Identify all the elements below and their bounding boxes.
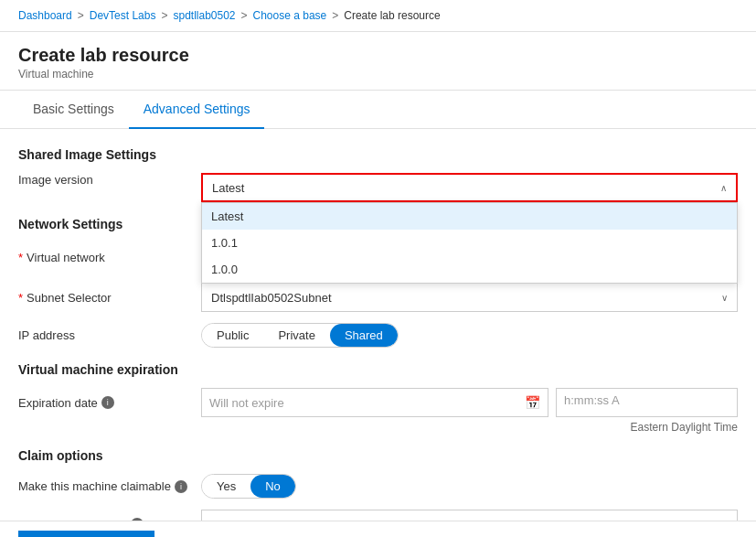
breadcrumb-sep-2: >	[161, 9, 167, 22]
expiration-date-label: Expiration date i	[18, 396, 201, 410]
image-version-list: Latest 1.0.1 1.0.0	[201, 202, 738, 284]
ip-shared-button[interactable]: Shared	[330, 324, 398, 347]
dropdown-option-101[interactable]: 1.0.1	[202, 230, 737, 256]
expiration-date-input[interactable]: Will not expire 📅	[201, 388, 548, 417]
instances-row: Number of instances i	[18, 510, 738, 521]
shared-image-header: Shared Image Settings	[18, 147, 738, 162]
chevron-up-icon: ∧	[720, 183, 727, 193]
breadcrumb-devtest[interactable]: DevTest Labs	[90, 9, 156, 22]
ip-address-label: IP address	[18, 328, 201, 342]
claimable-info-icon[interactable]: i	[175, 480, 187, 493]
subnet-dropdown[interactable]: DtlspdtlIab0502Subnet ∨	[201, 283, 738, 312]
tab-basic-settings[interactable]: Basic Settings	[18, 91, 129, 129]
page-title: Create lab resource	[18, 45, 738, 66]
breadcrumb: Dashboard > DevTest Labs > spdtllab0502 …	[0, 0, 756, 32]
claimable-toggle[interactable]: Yes No	[201, 474, 296, 499]
tab-advanced-settings[interactable]: Advanced Settings	[129, 91, 265, 129]
subnet-row: * Subnet Selector DtlspdtlIab0502Subnet …	[18, 283, 738, 312]
claimable-row: Make this machine claimable i Yes No	[18, 474, 738, 499]
subnet-label: * Subnet Selector	[18, 291, 201, 305]
claim-header: Claim options	[18, 448, 738, 463]
page-header: Create lab resource Virtual machine	[0, 32, 756, 91]
required-star-subnet: *	[18, 291, 23, 305]
subnet-value: DtlspdtlIab0502Subnet	[211, 291, 332, 305]
breadcrumb-choose-base[interactable]: Choose a base	[253, 9, 327, 22]
calendar-icon[interactable]: 📅	[525, 395, 540, 410]
ip-public-button[interactable]: Public	[202, 324, 263, 347]
ip-private-button[interactable]: Private	[263, 324, 329, 347]
instances-info-icon[interactable]: i	[131, 518, 144, 521]
claimable-yes-button[interactable]: Yes	[202, 475, 250, 498]
chevron-down-icon-subnet: ∨	[721, 293, 728, 303]
claimable-no-button[interactable]: No	[250, 475, 295, 498]
image-version-selected[interactable]: Latest ∧	[201, 173, 738, 202]
expiration-time-input[interactable]: h:mm:ss A	[556, 388, 738, 417]
dropdown-option-100[interactable]: 1.0.0	[202, 256, 737, 283]
claimable-label: Make this machine claimable i	[18, 479, 201, 493]
breadcrumb-current: Create lab resource	[344, 9, 440, 22]
view-arm-template-button[interactable]: View ARM template	[18, 531, 154, 537]
tabs-container: Basic Settings Advanced Settings	[0, 91, 756, 129]
date-time-inputs: Will not expire 📅 h:mm:ss A	[201, 388, 738, 417]
image-version-row: Image version Latest ∧ Latest 1.0.1 1.0.…	[18, 173, 738, 202]
breadcrumb-lab[interactable]: spdtllab0502	[173, 9, 235, 22]
page-subtitle: Virtual machine	[18, 68, 738, 81]
expiration-info-icon[interactable]: i	[101, 396, 114, 409]
expiration-date-placeholder: Will not expire	[209, 396, 525, 410]
dropdown-option-latest[interactable]: Latest	[202, 203, 737, 230]
expiration-header: Virtual machine expiration	[18, 362, 738, 377]
expiration-date-row: Expiration date i Will not expire 📅 h:mm…	[18, 388, 738, 417]
ip-address-row: IP address Public Private Shared	[18, 323, 738, 348]
image-version-label: Image version	[18, 173, 201, 187]
subnet-selected[interactable]: DtlspdtlIab0502Subnet ∨	[201, 283, 738, 312]
image-version-dropdown[interactable]: Latest ∧ Latest 1.0.1 1.0.0	[201, 173, 738, 202]
instances-label: Number of instances i	[18, 518, 201, 521]
breadcrumb-sep-1: >	[78, 9, 84, 22]
virtual-network-label: * Virtual network	[18, 251, 201, 264]
breadcrumb-sep-3: >	[241, 9, 248, 22]
main-content: Shared Image Settings Image version Late…	[0, 129, 756, 521]
instances-input[interactable]	[201, 510, 738, 521]
required-star-vnet: *	[18, 251, 23, 264]
breadcrumb-sep-4: >	[332, 9, 338, 22]
breadcrumb-dashboard[interactable]: Dashboard	[18, 9, 72, 22]
image-version-value: Latest	[212, 181, 244, 195]
timezone-label: Eastern Daylight Time	[18, 421, 738, 434]
footer: View ARM template	[0, 521, 756, 537]
ip-toggle-group[interactable]: Public Private Shared	[201, 323, 399, 348]
